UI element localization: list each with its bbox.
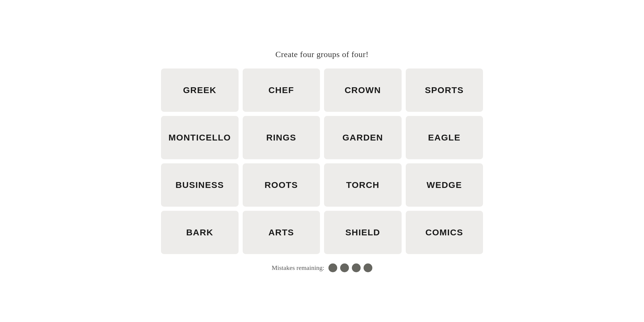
tile-label: CHEF xyxy=(268,85,294,95)
tile-label: GARDEN xyxy=(342,133,383,143)
mistake-dot-4 xyxy=(364,263,372,272)
tile-label: EAGLE xyxy=(428,133,460,143)
tile-label: WEDGE xyxy=(427,180,462,190)
tile-roots[interactable]: ROOTS xyxy=(243,163,320,207)
tile-label: BUSINESS xyxy=(176,180,224,190)
tile-label: GREEK xyxy=(183,85,216,95)
tile-label: RINGS xyxy=(266,133,296,143)
tile-label: SHIELD xyxy=(345,227,380,237)
tile-label: SPORTS xyxy=(425,85,464,95)
tile-label: ROOTS xyxy=(265,180,298,190)
tile-label: BARK xyxy=(186,227,213,237)
tile-grid: GREEKCHEFCROWNSPORTSMONTICELLORINGSGARDE… xyxy=(161,68,483,254)
mistakes-section: Mistakes remaining: xyxy=(272,263,372,272)
tile-label: ARTS xyxy=(268,227,294,237)
tile-comics[interactable]: COMICS xyxy=(406,211,483,254)
tile-torch[interactable]: TORCH xyxy=(324,163,402,207)
mistake-dot-1 xyxy=(328,263,337,272)
tile-label: COMICS xyxy=(425,227,463,237)
tile-eagle[interactable]: EAGLE xyxy=(406,116,483,159)
tile-garden[interactable]: GARDEN xyxy=(324,116,402,159)
dots-container xyxy=(328,263,372,272)
tile-bark[interactable]: BARK xyxy=(161,211,239,254)
tile-label: TORCH xyxy=(346,180,379,190)
tile-monticello[interactable]: MONTICELLO xyxy=(161,116,239,159)
tile-greek[interactable]: GREEK xyxy=(161,68,239,112)
subtitle: Create four groups of four! xyxy=(275,50,369,59)
tile-arts[interactable]: ARTS xyxy=(243,211,320,254)
mistakes-label: Mistakes remaining: xyxy=(272,264,324,272)
tile-shield[interactable]: SHIELD xyxy=(324,211,402,254)
tile-sports[interactable]: SPORTS xyxy=(406,68,483,112)
game-container: Create four groups of four! GREEKCHEFCRO… xyxy=(161,50,483,272)
tile-rings[interactable]: RINGS xyxy=(243,116,320,159)
tile-chef[interactable]: CHEF xyxy=(243,68,320,112)
tile-business[interactable]: BUSINESS xyxy=(161,163,239,207)
mistake-dot-3 xyxy=(352,263,361,272)
tile-crown[interactable]: CROWN xyxy=(324,68,402,112)
tile-wedge[interactable]: WEDGE xyxy=(406,163,483,207)
mistake-dot-2 xyxy=(340,263,349,272)
tile-label: CROWN xyxy=(345,85,381,95)
tile-label: MONTICELLO xyxy=(169,133,231,143)
